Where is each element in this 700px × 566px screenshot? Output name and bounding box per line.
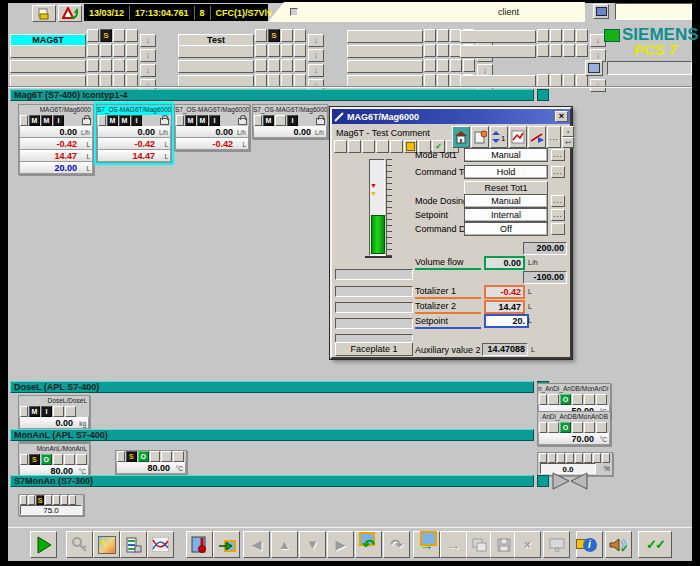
monitor-small-button[interactable]: [585, 60, 603, 76]
tile-cell[interactable]: [69, 495, 76, 505]
info-button[interactable]: i: [576, 531, 603, 558]
mode-dosing-more-button[interactable]: ...: [551, 195, 565, 207]
tile-s7monan[interactable]: S 75.0: [18, 494, 84, 516]
ok-badge[interactable]: O: [138, 451, 149, 462]
picture-change-button[interactable]: [213, 531, 240, 558]
print-button[interactable]: [32, 5, 56, 22]
delete-button[interactable]: ×: [514, 531, 541, 558]
mode-i-button[interactable]: I: [209, 115, 220, 126]
faceplate1-button[interactable]: Faceplate 1: [335, 342, 413, 356]
server-state-button[interactable]: [593, 4, 609, 19]
overview-cell[interactable]: [537, 44, 549, 57]
tile-cell[interactable]: [76, 454, 87, 465]
tile-cell[interactable]: [575, 453, 583, 463]
mode-tot1-value-button[interactable]: Manual: [464, 148, 548, 162]
overview-cell[interactable]: [255, 59, 267, 72]
ok-badge[interactable]: O: [560, 394, 571, 405]
tile-cell[interactable]: [572, 394, 583, 405]
tile-cell[interactable]: [65, 406, 76, 417]
tile-cell[interactable]: [584, 453, 592, 463]
mode-m-button[interactable]: M: [41, 115, 52, 126]
acknowledge-button[interactable]: ✓✓: [638, 531, 672, 558]
valve-icon[interactable]: [552, 472, 588, 490]
tile-mag6t-4[interactable]: S7_OS-MAG6T/Mag6000 MI 0.00L/h: [252, 104, 328, 139]
grip-cell[interactable]: [98, 115, 106, 126]
overview-button[interactable]: [178, 60, 254, 73]
tile-cell[interactable]: [275, 115, 286, 126]
alarm-ack-button[interactable]: [58, 5, 82, 22]
horn-acknowledge-button[interactable]: ✓: [605, 531, 632, 558]
picture-name-field[interactable]: [607, 61, 692, 75]
overview-cell[interactable]: [126, 59, 138, 72]
overview-cell[interactable]: [281, 59, 293, 72]
mode-i-button[interactable]: I: [287, 115, 298, 126]
group-down-arrow[interactable]: ↓: [590, 79, 606, 92]
setpoint-mode-more-button[interactable]: ...: [551, 209, 565, 221]
batch-view-button[interactable]: [471, 126, 489, 148]
pin-button[interactable]: ▪: [562, 126, 574, 137]
tile-cell[interactable]: [173, 451, 184, 462]
mode-m-button[interactable]: M: [107, 115, 118, 126]
navigate-right-button[interactable]: ▶: [327, 531, 354, 558]
overview-button[interactable]: [460, 45, 536, 58]
picture-redo-button[interactable]: ↷: [383, 531, 410, 558]
tile-cell[interactable]: [584, 422, 595, 433]
command-dosing-value-button[interactable]: Off: [464, 222, 548, 236]
limits-view-button[interactable]: 1: [490, 126, 508, 148]
mode-m-button[interactable]: M: [119, 115, 130, 126]
mode-dosing-value-button[interactable]: Manual: [464, 194, 548, 208]
overview-cell[interactable]: [576, 44, 588, 57]
overview-cell[interactable]: [126, 44, 138, 57]
tile-cell[interactable]: [45, 495, 52, 505]
overview-button[interactable]: [178, 45, 254, 58]
overview-cell[interactable]: [537, 29, 549, 42]
tile-cell[interactable]: [548, 394, 559, 405]
overview-cell[interactable]: [126, 29, 138, 42]
overview-cell[interactable]: [563, 29, 575, 42]
reset-tot1-button[interactable]: Reset Tot1: [464, 181, 548, 195]
overview-cell[interactable]: [294, 29, 306, 42]
navigate-up-button[interactable]: ▲: [271, 531, 298, 558]
save-button[interactable]: [490, 531, 517, 558]
overview-cell[interactable]: [463, 59, 475, 72]
tile-cell[interactable]: [20, 495, 27, 505]
tile-cell[interactable]: [548, 422, 559, 433]
tile-cell[interactable]: [53, 406, 64, 417]
tile-cell[interactable]: [64, 454, 75, 465]
overview-cell[interactable]: [294, 59, 306, 72]
overview-cell[interactable]: [100, 44, 112, 57]
overview-cell[interactable]: [294, 44, 306, 57]
navigate-down-button[interactable]: ▼: [299, 531, 326, 558]
mode-tot1-more-button[interactable]: ...: [551, 149, 565, 161]
mode-m-button[interactable]: M: [197, 115, 208, 126]
command-dosing-more-button[interactable]: ...: [551, 223, 565, 235]
overview-cell[interactable]: [437, 29, 449, 42]
grip-cell[interactable]: [20, 115, 28, 126]
grip-cell[interactable]: [20, 406, 28, 417]
overview-cell[interactable]: [437, 59, 449, 72]
command-tot1-more-button[interactable]: ...: [551, 166, 565, 178]
overview-cell[interactable]: [255, 29, 267, 42]
tile-mag6t-2-selected[interactable]: S7_OS-MAG6T/Mag6000 MMI 0.00L/h -0.42L 1…: [96, 104, 172, 163]
overview-cell[interactable]: [576, 29, 588, 42]
overview-cell[interactable]: [87, 29, 99, 42]
overview-cell[interactable]: [550, 44, 562, 57]
login-key-button[interactable]: [66, 531, 93, 558]
overview-cell[interactable]: [550, 29, 562, 42]
client-name-field[interactable]: [615, 3, 692, 20]
picture-back-button[interactable]: ↶: [355, 531, 382, 558]
overview-cell[interactable]: [268, 44, 280, 57]
sim-badge[interactable]: S: [126, 451, 137, 462]
ok-badge[interactable]: O: [560, 422, 571, 433]
loop-detach-button[interactable]: ↩: [562, 137, 574, 148]
mode-m-button[interactable]: M: [29, 406, 40, 417]
tile-cell[interactable]: [53, 454, 64, 465]
tile-cell[interactable]: [61, 495, 68, 505]
mode-i-button[interactable]: I: [131, 115, 142, 126]
tile-andi-2[interactable]: AnDi_AnDB/MonAnDB O 70.00°C: [537, 411, 611, 446]
sim-badge[interactable]: S: [29, 454, 40, 465]
tile-cell[interactable]: [548, 453, 556, 463]
grip-cell[interactable]: [254, 115, 262, 126]
overview-cell[interactable]: [100, 59, 112, 72]
tile-cell[interactable]: [584, 394, 595, 405]
